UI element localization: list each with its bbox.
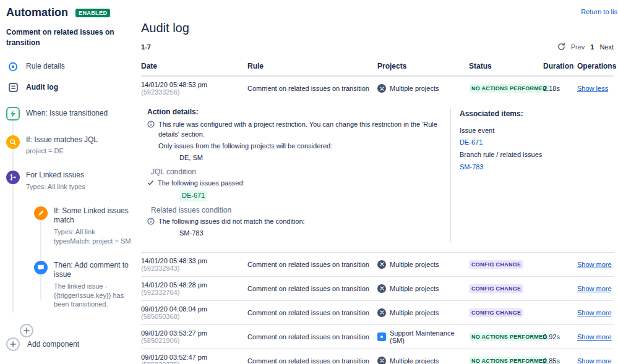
rule-name: Comment on related issues on transition [6, 27, 118, 49]
branch-icon [6, 171, 20, 184]
audit-log-icon [6, 81, 20, 95]
row-date: 09/01/20 03:52:47 pm (585020775) [141, 353, 247, 364]
row-log-id: (592333256) [141, 88, 179, 96]
table-row: 14/01/20 05:48:53 pm (592333256) Comment… [141, 77, 614, 100]
info-icon [147, 121, 155, 128]
row-projects: Multiple projects [377, 260, 469, 269]
pager-prev[interactable]: Prev [571, 43, 585, 51]
issue-link[interactable]: SM-783 [460, 161, 614, 174]
row-duration: 2.18s [543, 85, 577, 92]
row-rule: Comment on related issues on transition [247, 85, 377, 92]
component-branch[interactable]: For Linked issues Types: All link types [6, 171, 131, 191]
row-duration: 2.85s [543, 357, 577, 364]
associated-items: Associated items: Issue event DE-671 Bra… [450, 108, 614, 242]
result-range: 1-7 [141, 43, 151, 51]
condition-match-icon [34, 206, 48, 220]
rule-components: When: Issue transitioned If: Issue match… [6, 107, 131, 337]
table-header: Date Rule Projects Status Duration Opera… [141, 56, 614, 77]
comment-action-icon [34, 261, 48, 274]
multiple-projects-icon [377, 260, 386, 269]
show-less-link[interactable]: Show less [577, 85, 608, 92]
component-label: If: Some Linked issues match [54, 205, 129, 225]
row-log-id: (585021906) [141, 337, 179, 344]
multiple-projects-icon [377, 84, 386, 93]
refresh-icon[interactable] [557, 43, 565, 51]
row-log-id: (585020775) [141, 361, 179, 364]
plus-icon [24, 328, 30, 334]
col-header-date: Date [141, 62, 247, 70]
show-more-link[interactable]: Show more [577, 261, 612, 268]
table-row: 14/01/20 05:48:33 pm (592332943) Comment… [141, 253, 614, 277]
add-component-inline-button[interactable] [20, 324, 33, 337]
row-projects: Support Maintenance (SM) [377, 329, 469, 344]
row-projects: Multiple projects [377, 357, 469, 364]
show-more-link[interactable]: Show more [577, 357, 612, 364]
audit-detail-panel: Action details: This rule was configured… [141, 100, 614, 253]
sidebar-item-audit-log[interactable]: Audit log [6, 81, 131, 95]
row-date: 09/01/20 03:53:27 pm (585021906) [141, 329, 247, 344]
row-projects: Multiple projects [377, 84, 469, 93]
show-more-link[interactable]: Show more [577, 333, 612, 341]
status-badge: NO ACTIONS PERFORMED [469, 84, 549, 93]
row-date: 14/01/20 05:48:33 pm (592332943) [141, 257, 247, 272]
table-row: 09/01/20 04:08:04 pm (585050368) Comment… [141, 301, 614, 325]
add-component-button[interactable]: Add component [6, 337, 79, 351]
row-rule: Comment on related issues on transition [247, 285, 377, 292]
show-more-link[interactable]: Show more [577, 285, 612, 292]
component-condition-match[interactable]: If: Some Linked issues match Types: All … [34, 206, 131, 246]
rule-nav: Rule details Audit log [6, 60, 131, 95]
show-more-link[interactable]: Show more [577, 309, 612, 316]
table-row: 09/01/20 03:53:27 pm (585021906) Comment… [141, 325, 614, 349]
pager-page-1[interactable]: 1 [590, 43, 594, 51]
component-action-comment[interactable]: Then: Add comment to issue The linked is… [34, 261, 131, 310]
component-condition-jql[interactable]: If: Issue matches JQL project = DE [6, 135, 131, 156]
component-label: When: Issue transitioned [26, 107, 108, 119]
row-log-id: (592332943) [141, 265, 179, 272]
row-projects: Multiple projects [377, 308, 469, 317]
check-icon [147, 179, 154, 186]
trigger-icon [6, 107, 20, 121]
rule-details-icon [6, 60, 20, 74]
associated-item: Issue event [460, 125, 614, 137]
pagination: Prev 1 Next [557, 43, 614, 51]
component-label: Then: Add comment to issue [54, 259, 129, 279]
branch-children: If: Some Linked issues match Types: All … [34, 206, 131, 310]
jql-condition-heading: JQL condition [147, 167, 442, 176]
component-subtext: Types: All link types [26, 182, 85, 192]
rule-enabled-badge: ENABLED [75, 9, 110, 17]
row-date: 14/01/20 05:48:28 pm (592332764) [141, 281, 247, 296]
component-label: For Linked issues [26, 169, 84, 179]
sidebar-item-label: Audit log [26, 83, 58, 93]
return-to-list-link[interactable]: Return to lis [581, 8, 617, 15]
status-badge: NO ACTIONS PERFORMED [469, 332, 549, 341]
related-unmatched-text: The following issues did not match the c… [158, 217, 305, 227]
col-header-projects: Projects [377, 62, 469, 70]
component-subtext: Types: All link typesMatch: project = SM [54, 227, 131, 246]
considered-text: Only issues from the following projects … [147, 142, 442, 151]
row-rule: Comment on related issues on transition [247, 333, 377, 341]
restriction-text: This rule was configured with a project … [158, 120, 442, 140]
status-badge: CONFIG CHANGE [469, 284, 523, 293]
col-header-rule: Rule [247, 62, 377, 70]
condition-icon [6, 135, 20, 149]
row-log-id: (592332764) [141, 289, 179, 296]
action-details-heading: Action details: [147, 108, 442, 116]
row-duration: 0.92s [543, 333, 577, 341]
project-avatar-sm-icon [377, 332, 386, 341]
col-header-duration: Duration [543, 62, 577, 70]
table-row: 09/01/20 03:52:47 pm (585020775) Comment… [141, 349, 614, 364]
status-badge: NO ACTIONS PERFORMED [469, 357, 549, 364]
multiple-projects-icon [377, 308, 386, 317]
sidebar-item-rule-details[interactable]: Rule details [6, 60, 131, 74]
pager-next[interactable]: Next [599, 43, 614, 51]
component-trigger[interactable]: When: Issue transitioned [6, 107, 131, 121]
issue-link[interactable]: DE-671 [460, 137, 614, 149]
issue-badge: DE-671 [179, 190, 207, 201]
app-title: Automation [6, 6, 68, 19]
col-header-status: Status [469, 62, 543, 70]
component-subtext: The linked issue - {{triggerIssue.key}} … [54, 282, 131, 310]
add-component-label: Add component [27, 340, 79, 349]
status-badge: CONFIG CHANGE [469, 308, 523, 317]
audit-log-panel: Audit log 1-7 Prev 1 Next Date Rule Proj… [141, 21, 614, 364]
multiple-projects-icon [377, 357, 386, 364]
